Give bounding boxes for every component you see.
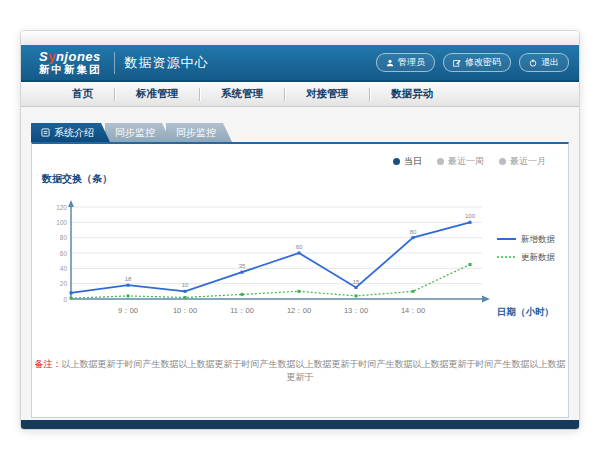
svg-text:80: 80	[60, 234, 68, 241]
tab-sync-monitor-2[interactable]: 同步监控	[166, 123, 232, 142]
svg-text:更新数据: 更新数据	[521, 252, 556, 262]
main-content: 系统介绍 同步监控 同步监控 当日 最近一周	[21, 107, 579, 420]
svg-text:11：00: 11：00	[230, 306, 254, 315]
svg-text:新增数据: 新增数据	[521, 234, 556, 244]
svg-text:35: 35	[239, 263, 246, 269]
radio-today-label: 当日	[404, 155, 422, 168]
tab-label: 同步监控	[115, 123, 155, 142]
svg-text:20: 20	[60, 280, 68, 287]
svg-text:40: 40	[60, 265, 68, 272]
logout-label: 退出	[541, 56, 559, 69]
svg-text:18: 18	[125, 276, 132, 282]
header-actions: 管理员 修改密码 退出	[376, 53, 569, 72]
footer-note-text: 以上数据更新于时间产生数据以上数据更新于时间产生数据以上数据更新于时间产生数据以…	[62, 359, 566, 382]
admin-user-label: 管理员	[398, 56, 425, 69]
y-axis-title: 数据交换（条）	[42, 172, 112, 186]
tab-sync-monitor-1[interactable]: 同步监控	[105, 123, 171, 142]
user-icon	[386, 59, 394, 67]
svg-text:10：00: 10：00	[173, 306, 197, 315]
radio-dot-icon	[499, 158, 506, 165]
svg-text:15: 15	[353, 279, 360, 285]
svg-text:0: 0	[63, 296, 67, 303]
radio-dot-icon	[393, 158, 400, 165]
line-chart: 0204060801001209：0010：0011：0012：0013：001…	[42, 199, 577, 339]
tab-bar: 系统介绍 同步监控 同步监控	[21, 107, 579, 142]
header-divider	[114, 52, 115, 74]
radio-last-week[interactable]: 最近一周	[437, 155, 484, 168]
range-filter: 当日 最近一周 最近一月	[393, 155, 546, 168]
tab-label: 同步监控	[176, 123, 216, 142]
svg-text:日期（小时）: 日期（小时）	[497, 306, 554, 318]
app-title: 数据资源中心	[125, 54, 209, 72]
nav-item-home[interactable]: 首页	[51, 87, 114, 101]
main-nav: 首页 标准管理 系统管理 对接管理 数据异动	[21, 82, 579, 107]
footer-note: 备注：以上数据更新于时间产生数据以上数据更新于时间产生数据以上数据更新于时间产生…	[32, 358, 568, 384]
svg-text:100: 100	[56, 219, 67, 226]
radio-today[interactable]: 当日	[393, 155, 422, 168]
nav-item-system-mgmt[interactable]: 系统管理	[200, 87, 284, 101]
power-icon	[529, 59, 537, 67]
nav-item-standard-mgmt[interactable]: 标准管理	[115, 87, 199, 101]
radio-last-month-label: 最近一月	[510, 155, 546, 168]
brand-logo: Synjones 新中新集团	[39, 50, 102, 75]
footer-note-label: 备注：	[35, 359, 62, 369]
brand-logo-en: Synjones	[39, 50, 102, 64]
admin-user-button[interactable]: 管理员	[376, 53, 435, 72]
svg-text:100: 100	[465, 213, 476, 219]
window-bottom-bar	[21, 420, 579, 429]
brand-logo-cn: 新中新集团	[39, 64, 102, 75]
window-top-strip	[21, 31, 579, 45]
brand-logo-en-rest: njones	[56, 49, 101, 64]
nav-item-interface-mgmt[interactable]: 对接管理	[285, 87, 369, 101]
app-window: Synjones 新中新集团 数据资源中心 管理员 修改密码 退出 首页 标准管…	[20, 30, 580, 430]
svg-text:120: 120	[56, 204, 67, 211]
svg-text:9：00: 9：00	[118, 306, 138, 315]
svg-text:10: 10	[182, 282, 189, 288]
tab-label: 系统介绍	[54, 123, 94, 142]
svg-text:14：00: 14：00	[401, 306, 425, 315]
nav-item-data-change[interactable]: 数据异动	[370, 87, 454, 101]
logout-button[interactable]: 退出	[519, 53, 569, 72]
edit-icon	[453, 59, 461, 67]
change-password-button[interactable]: 修改密码	[443, 53, 511, 72]
svg-text:12：00: 12：00	[287, 306, 311, 315]
tab-system-intro[interactable]: 系统介绍	[31, 123, 110, 142]
svg-text:13：00: 13：00	[344, 306, 368, 315]
svg-text:60: 60	[296, 244, 303, 250]
radio-last-month[interactable]: 最近一月	[499, 155, 546, 168]
chart-panel: 当日 最近一周 最近一月 数据交换（条） 0204060801001209：00…	[31, 142, 569, 418]
radio-dot-icon	[437, 158, 444, 165]
document-icon	[41, 128, 50, 137]
app-header: Synjones 新中新集团 数据资源中心 管理员 修改密码 退出	[21, 45, 579, 82]
svg-text:80: 80	[410, 229, 417, 235]
radio-last-week-label: 最近一周	[448, 155, 484, 168]
change-password-label: 修改密码	[465, 56, 501, 69]
svg-text:60: 60	[60, 250, 68, 257]
